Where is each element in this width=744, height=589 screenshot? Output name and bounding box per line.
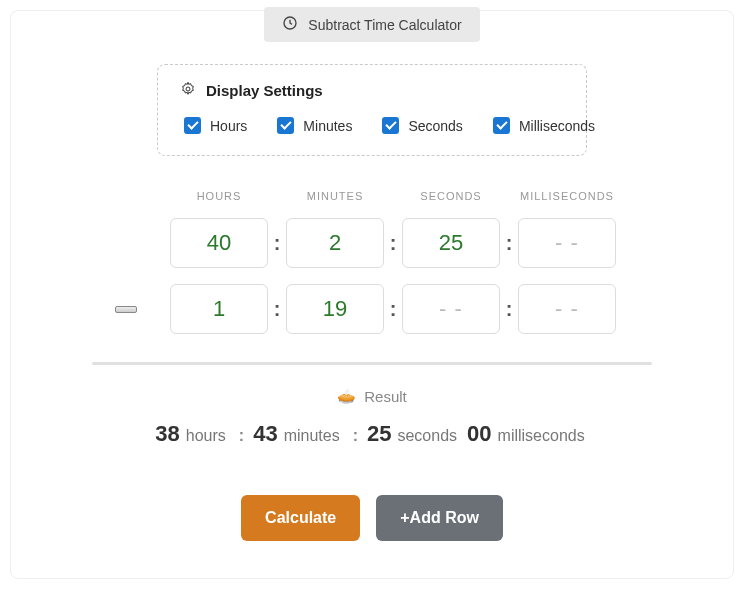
colon: : [500,232,518,255]
result-heading-text: Result [364,388,407,405]
result-seconds-unit: seconds [397,427,457,445]
result-heading: 🥧 Result [43,387,701,405]
check-milliseconds-label: Milliseconds [519,118,595,134]
title-text: Subtract Time Calculator [308,17,461,33]
row2-hours-input[interactable] [170,284,268,334]
checkbox-hours[interactable] [184,117,201,134]
header-hours: HOURS [170,190,268,202]
display-settings-checks: Hours Minutes Seconds Milliseconds [180,114,564,137]
result-colon: : [353,427,358,445]
colon: : [384,232,402,255]
clock-icon [282,15,298,34]
row2-minutes-input[interactable] [286,284,384,334]
checkbox-milliseconds[interactable] [493,117,510,134]
display-settings-heading: Display Settings [180,81,564,100]
result-colon: : [239,427,244,445]
row1-minutes-input[interactable] [286,218,384,268]
colon: : [268,232,286,255]
divider [92,362,652,365]
calculate-button[interactable]: Calculate [241,495,360,541]
row1-hours-input[interactable] [170,218,268,268]
calculator-card: Subtract Time Calculator Display Setting… [10,10,734,579]
check-minutes-label: Minutes [303,118,352,134]
pie-icon: 🥧 [337,387,356,405]
colon: : [268,298,286,321]
check-milliseconds[interactable]: Milliseconds [489,114,595,137]
row2-seconds-input[interactable] [402,284,500,334]
display-settings-label: Display Settings [206,82,323,99]
result-minutes-unit: minutes [284,427,340,445]
colon: : [500,298,518,321]
action-buttons: Calculate +Add Row [43,495,701,541]
title-chip: Subtract Time Calculator [264,7,479,42]
display-settings-panel: Display Settings Hours Minutes Seconds M… [157,64,587,156]
time-row-2: : : : [43,284,701,334]
row1-milliseconds-input[interactable] [518,218,616,268]
check-seconds-label: Seconds [408,118,462,134]
check-hours[interactable]: Hours [180,114,247,137]
colon: : [384,298,402,321]
header-minutes: MINUTES [286,190,384,202]
header-seconds: SECONDS [402,190,500,202]
result-seconds-value: 25 [367,421,391,447]
result-ms-unit: milliseconds [498,427,585,445]
title-bar: Subtract Time Calculator [43,7,701,42]
result-minutes-value: 43 [253,421,277,447]
check-hours-label: Hours [210,118,247,134]
checkbox-minutes[interactable] [277,117,294,134]
row2-milliseconds-input[interactable] [518,284,616,334]
result-hours-value: 38 [155,421,179,447]
result-line: 38 hours : 43 minutes : 25 seconds 00 mi… [43,421,701,447]
svg-point-1 [186,87,190,91]
row1-seconds-input[interactable] [402,218,500,268]
result-ms-value: 00 [467,421,491,447]
add-row-button[interactable]: +Add Row [376,495,503,541]
result-hours-unit: hours [186,427,226,445]
time-row-1: : : : [43,218,701,268]
column-headers: HOURS MINUTES SECONDS MILLISECONDS [43,190,701,202]
check-minutes[interactable]: Minutes [273,114,352,137]
gear-icon [180,81,196,100]
minus-icon [115,306,137,313]
check-seconds[interactable]: Seconds [378,114,462,137]
header-milliseconds: MILLISECONDS [518,190,616,202]
checkbox-seconds[interactable] [382,117,399,134]
